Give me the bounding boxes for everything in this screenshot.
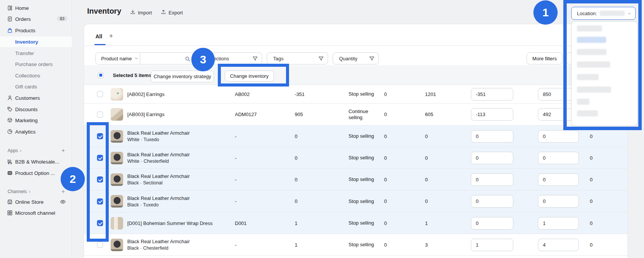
row-checkbox[interactable] xyxy=(97,91,103,97)
strategy-value: Stop selling xyxy=(349,147,381,168)
sku-value: AB002 xyxy=(235,85,250,103)
channels-section-header[interactable]: Channels› xyxy=(8,189,30,194)
add-app-button[interactable]: + xyxy=(60,147,67,154)
sidebar-label: Home xyxy=(15,5,29,11)
product-thumbnail xyxy=(111,152,123,164)
sidebar-item-b2b-wholesale[interactable]: B2B & Wholesale... xyxy=(0,156,72,167)
location-option-redacted[interactable] xyxy=(577,110,598,116)
apps-section-header[interactable]: Apps› xyxy=(8,148,21,153)
adjust-quantity-input[interactable] xyxy=(471,108,513,121)
product-name[interactable]: Black Real Leather Armchair xyxy=(127,239,190,244)
row-checkbox[interactable] xyxy=(97,198,103,205)
sidebar-item-marketing[interactable]: Marketing xyxy=(0,115,72,126)
inventory-page: Home Orders 83 Products Inventory Transf… xyxy=(0,0,644,258)
product-name[interactable]: Black Real Leather Armchair xyxy=(127,195,190,201)
location-option-redacted[interactable] xyxy=(577,61,610,68)
row-checkbox[interactable] xyxy=(97,220,103,226)
more-filters-label: More filters xyxy=(532,56,556,61)
import-button[interactable]: Import xyxy=(130,9,152,16)
location-option-redacted[interactable] xyxy=(577,74,599,80)
sidebar-item-orders[interactable]: Orders 83 xyxy=(0,14,72,24)
last-column-value: 0 xyxy=(590,126,592,147)
sidebar-item-customers[interactable]: Customers xyxy=(0,93,72,103)
quantity-value: -351 xyxy=(295,85,305,103)
new-quantity-input[interactable] xyxy=(538,239,579,251)
location-option-redacted[interactable] xyxy=(577,87,611,93)
adjust-quantity-input[interactable] xyxy=(471,130,513,143)
sidebar-item-purchase-orders[interactable]: Purchase orders xyxy=(0,59,72,69)
sidebar-item-microsoft-channel[interactable]: Microsoft channel xyxy=(0,208,72,218)
more-filters-button[interactable]: More filters xyxy=(527,52,563,64)
product-name[interactable]: Black Real Leather Armchair xyxy=(127,130,190,136)
quantity-value: 1 xyxy=(295,212,297,234)
product-name[interactable]: [AB002] Earrings xyxy=(127,91,164,97)
sidebar-item-products[interactable]: Products xyxy=(0,25,72,36)
sidebar-item-inventory[interactable]: Inventory xyxy=(0,36,72,47)
location-option-redacted[interactable] xyxy=(577,99,589,105)
search-box xyxy=(140,53,194,64)
row-checkbox[interactable] xyxy=(97,176,103,182)
new-quantity-input[interactable] xyxy=(538,195,579,208)
add-tab-button[interactable]: + xyxy=(109,32,113,40)
quantity-filter[interactable]: Quantity xyxy=(333,52,379,64)
adjust-quantity-input[interactable] xyxy=(471,88,513,101)
row-checkbox[interactable] xyxy=(97,155,103,161)
product-name[interactable]: Black Real Leather Armchair xyxy=(127,173,190,179)
discounts-tag-icon xyxy=(7,106,13,112)
sidebar-item-collections[interactable]: Collections xyxy=(0,70,72,81)
available-value: 0 xyxy=(384,85,387,103)
tab-all[interactable]: All xyxy=(95,33,102,39)
change-inventory-strategy-button[interactable]: Change inventory strategy xyxy=(151,71,214,82)
export-button[interactable]: Export xyxy=(161,9,183,16)
quantity-value: 905 xyxy=(295,104,303,125)
sidebar-item-home[interactable]: Home xyxy=(0,3,72,13)
row-checkbox[interactable] xyxy=(97,242,103,248)
product-name[interactable]: [D001] Bohemian Summer Wrap Dress xyxy=(127,220,213,226)
chevron-down-icon xyxy=(134,56,139,61)
new-quantity-input[interactable] xyxy=(538,173,579,186)
available-value: 0 xyxy=(384,212,387,234)
change-inventory-button[interactable]: Change inventory xyxy=(225,71,274,82)
location-option-redacted[interactable] xyxy=(577,49,606,55)
sku-value: - xyxy=(235,126,236,147)
annotation-circle-3: 3 xyxy=(191,48,215,71)
product-name[interactable]: [AB003] Earrings xyxy=(127,112,164,117)
adjust-quantity-input[interactable] xyxy=(471,195,513,208)
sidebar-item-gift-cards[interactable]: Gift cards xyxy=(0,81,72,92)
eye-icon[interactable] xyxy=(60,199,66,205)
quantity-value: 0 xyxy=(295,169,297,190)
sidebar-label: B2B & Wholesale... xyxy=(15,159,59,165)
location-dropdown-button[interactable]: Location: xyxy=(571,7,636,20)
sidebar-item-analytics[interactable]: Analytics xyxy=(0,126,72,137)
quantity-value: 0 xyxy=(295,126,297,147)
table-row: [D001] Bohemian Summer Wrap Dress D001 1… xyxy=(84,212,627,234)
tabs-divider xyxy=(84,46,627,46)
sidebar-item-transfer[interactable]: Transfer xyxy=(0,48,72,58)
adjust-quantity-input[interactable] xyxy=(471,173,513,186)
adjust-quantity-input[interactable] xyxy=(471,152,513,164)
location-option-redacted[interactable] xyxy=(577,25,602,31)
product-name[interactable]: Black Real Leather Armchair xyxy=(127,152,190,157)
new-quantity-input[interactable] xyxy=(538,217,579,230)
new-quantity-input[interactable] xyxy=(538,130,579,143)
table-bottom-divider xyxy=(84,255,627,256)
page-title: Inventory xyxy=(87,7,121,16)
row-checkbox[interactable] xyxy=(97,133,103,139)
select-all-checkbox[interactable] xyxy=(98,72,104,78)
tags-filter[interactable]: Tags xyxy=(267,52,328,64)
add-channel-button[interactable]: + xyxy=(60,188,67,195)
sidebar-label: Microsoft channel xyxy=(15,210,55,216)
location-option-redacted[interactable] xyxy=(577,37,606,43)
adjust-quantity-input[interactable] xyxy=(471,217,513,230)
sidebar-item-discounts[interactable]: Discounts xyxy=(0,104,72,115)
product-thumbnail xyxy=(111,195,123,208)
sku-value: - xyxy=(235,169,236,190)
adjust-quantity-input[interactable] xyxy=(471,239,513,251)
sidebar-item-online-store[interactable]: Online Store xyxy=(0,197,72,207)
search-field-select[interactable]: Product name xyxy=(96,53,140,64)
new-quantity-input[interactable] xyxy=(538,152,579,164)
search-filter-group: Product name xyxy=(95,52,194,64)
table-row: [AB003] Earrings ADM0127 905 Continue se… xyxy=(84,103,627,125)
row-checkbox[interactable] xyxy=(97,112,103,118)
filter-funnel-icon xyxy=(318,56,324,61)
